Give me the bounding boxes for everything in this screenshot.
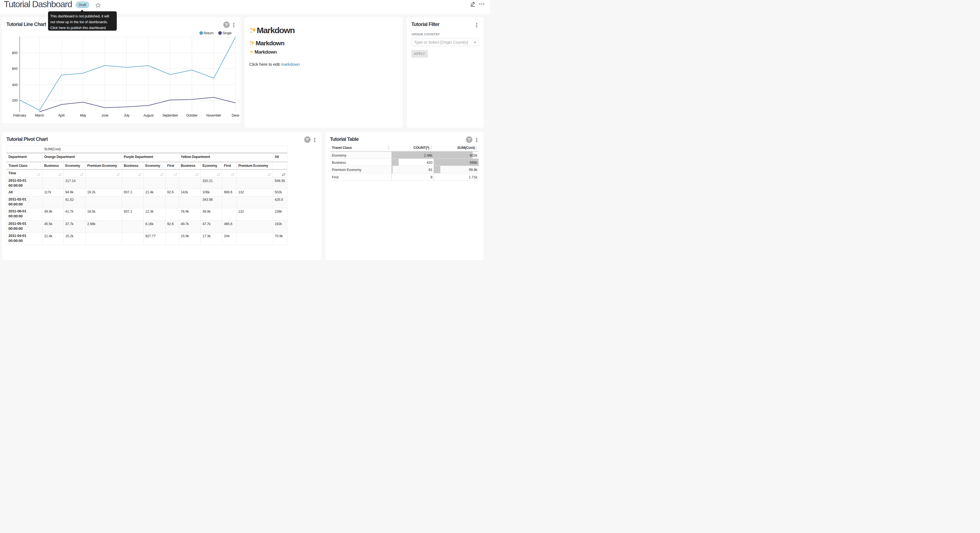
svg-text:March: March [35,113,44,117]
svg-text:Single: Single [223,31,232,35]
svg-text:200: 200 [12,99,18,102]
svg-text:August: August [143,113,154,117]
svg-text:800: 800 [12,51,18,55]
svg-text:June: June [101,113,108,117]
svg-text:May: May [80,113,86,117]
svg-text:600: 600 [12,67,18,71]
svg-text:October: October [186,113,198,117]
svg-text:April: April [58,113,65,117]
svg-text:September: September [162,113,178,117]
svg-text:400: 400 [12,83,18,87]
svg-text:July: July [124,113,130,117]
svg-text:February: February [13,113,26,117]
svg-text:November: November [207,113,221,117]
svg-text:Return: Return [204,31,214,35]
svg-text:Dece: Dece [232,113,239,117]
